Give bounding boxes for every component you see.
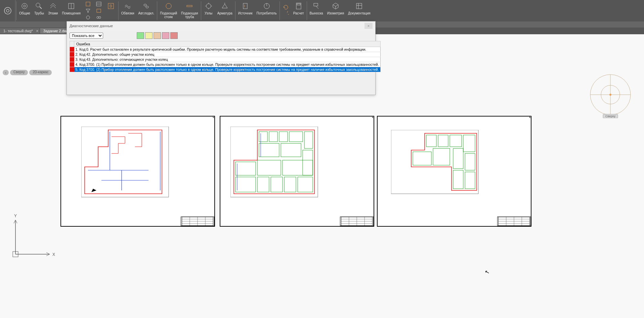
isometry-button[interactable]: Изометрия [325, 0, 346, 21]
nodes-label: Узлы [205, 11, 212, 15]
general-label: Общие [19, 11, 30, 15]
callout-icon [312, 2, 320, 10]
error-row[interactable]: 5. Код:3700. (2) Прибор отопления должен… [70, 67, 381, 72]
svg-rect-11 [97, 9, 101, 12]
svg-rect-27 [314, 3, 318, 6]
svg-rect-53 [298, 177, 313, 192]
svg-point-91 [609, 94, 611, 96]
dialog-close-button[interactable]: × [364, 23, 373, 29]
calc-icons-col [281, 0, 291, 21]
source-button[interactable]: Источник [236, 0, 255, 21]
chain-icon [142, 2, 150, 10]
error-table: Ошибка 1. Код:0. Расчет был остановлен в… [70, 41, 381, 72]
doc-icon [85, 2, 91, 6]
ribbon: Общие Трубы Этажи Помещения D Обвязки Ав… [0, 0, 644, 21]
viewcube[interactable]: Сверху [587, 71, 634, 118]
svg-rect-26 [297, 4, 300, 5]
pill-back[interactable]: ‹ [3, 70, 9, 75]
svg-text:Сверху: Сверху [605, 115, 616, 118]
autoconn-button[interactable]: Авт.подкл. [136, 0, 156, 21]
dialog-titlebar[interactable]: Диагностические данные × [67, 21, 375, 30]
error-row[interactable]: 2. Код:42. Дополнительно: общие участки … [70, 52, 381, 57]
small-btn-2a[interactable] [95, 1, 103, 7]
bindings-button[interactable]: Обвязки [119, 0, 136, 21]
refresh-btn[interactable] [282, 4, 290, 10]
svg-rect-71 [453, 148, 463, 169]
svg-rect-74 [465, 172, 475, 189]
pipes-button[interactable]: Трубы [32, 0, 46, 21]
consumer-button[interactable]: Потребитель [255, 0, 279, 21]
svg-rect-72 [465, 153, 475, 170]
floorplan-1 [81, 127, 172, 200]
title-block-3 [497, 217, 531, 226]
small-btn-1c[interactable] [84, 14, 92, 20]
error-row[interactable]: 4. Код:3700. (1) Прибор отопления должен… [70, 62, 381, 67]
small-btn-2c[interactable] [95, 14, 103, 20]
general-button[interactable]: Общие [17, 0, 32, 21]
callout-label: Выноска [310, 11, 323, 15]
supply-pipe-button[interactable]: Подающая труба [179, 0, 200, 21]
svg-point-16 [144, 4, 146, 6]
error-list-container: Ошибка 1. Код:0. Расчет был остановлен в… [67, 41, 375, 95]
error-text-cell: 5. Код:3700. (2) Прибор отопления должен… [74, 67, 381, 72]
filter-select[interactable]: Показать все [70, 33, 103, 39]
col-error[interactable]: Ошибка [74, 41, 381, 47]
severity-swatches [137, 32, 178, 39]
nodes-button[interactable]: Узлы [202, 0, 215, 21]
pill-view[interactable]: Сверху [10, 70, 28, 75]
tab-doc1-label: 1- тестовый.dwg* [3, 29, 33, 33]
link-icon [96, 15, 101, 20]
svg-rect-64 [391, 130, 478, 194]
svg-point-3 [24, 5, 26, 7]
error-text-cell: 3. Код:43. Дополнительно: отличающиеся у… [74, 57, 381, 62]
svg-point-17 [146, 6, 148, 8]
fittings-button[interactable]: Арматура [215, 0, 234, 21]
svg-text:Y: Y [14, 214, 17, 218]
error-row[interactable]: 3. Код:43. Дополнительно: отличающиеся у… [70, 57, 381, 62]
svg-rect-68 [463, 135, 475, 152]
source-icon [241, 2, 249, 10]
circle-icon [165, 2, 173, 10]
cube-icon [332, 2, 340, 10]
d-panel-button[interactable]: D [104, 0, 118, 21]
small-btn-1b[interactable] [84, 8, 92, 14]
error-row[interactable]: 1. Код:0. Расчет был остановлен в резуль… [70, 47, 381, 52]
app-logo[interactable] [0, 0, 15, 21]
error-text-cell: 4. Код:3700. (1) Прибор отопления должен… [74, 62, 381, 67]
severity-swatch[interactable] [170, 32, 178, 39]
svg-rect-66 [438, 135, 448, 147]
svg-rect-65 [426, 135, 436, 147]
close-icon[interactable]: × [36, 29, 38, 33]
refresh-icon [283, 4, 289, 10]
callout-button[interactable]: Выноска [308, 0, 325, 21]
floorplan-3 [391, 130, 482, 197]
sheet-2 [220, 116, 374, 227]
severity-swatch[interactable] [137, 32, 144, 39]
svg-rect-56 [303, 150, 313, 175]
source-label: Источник [238, 11, 253, 15]
svg-line-28 [316, 6, 318, 9]
rotate-btn[interactable] [282, 11, 290, 17]
gear-icon [20, 2, 29, 10]
severity-swatch[interactable] [154, 32, 161, 39]
supply-riser-button[interactable]: Подающий стояк [158, 0, 179, 21]
supply-riser-label: Подающий стояк [160, 11, 177, 19]
sheet-3 [377, 116, 531, 227]
severity-swatch[interactable] [145, 32, 153, 39]
view-pills: ‹ Сверху 2D-каркас [3, 70, 52, 75]
rooms-button[interactable]: Помещения [60, 0, 82, 21]
small-btn-2b[interactable] [95, 8, 103, 14]
small-btn-1a[interactable] [84, 1, 92, 7]
documentation-button[interactable]: Документация [346, 0, 373, 21]
svg-rect-42 [269, 132, 277, 142]
calc-button[interactable]: Расчет [291, 0, 306, 21]
svg-rect-46 [259, 143, 279, 157]
svg-rect-73 [453, 170, 463, 189]
severity-swatch[interactable] [162, 32, 169, 39]
cursor-icon: ↖ [484, 269, 490, 276]
pill-mode[interactable]: 2D-каркас [29, 70, 52, 75]
floors-button[interactable]: Этажи [46, 0, 60, 21]
ribbon-small-col-2 [93, 0, 104, 21]
tab-doc1[interactable]: 1- тестовый.dwg* × [0, 28, 40, 34]
pipes-label: Трубы [34, 11, 44, 15]
